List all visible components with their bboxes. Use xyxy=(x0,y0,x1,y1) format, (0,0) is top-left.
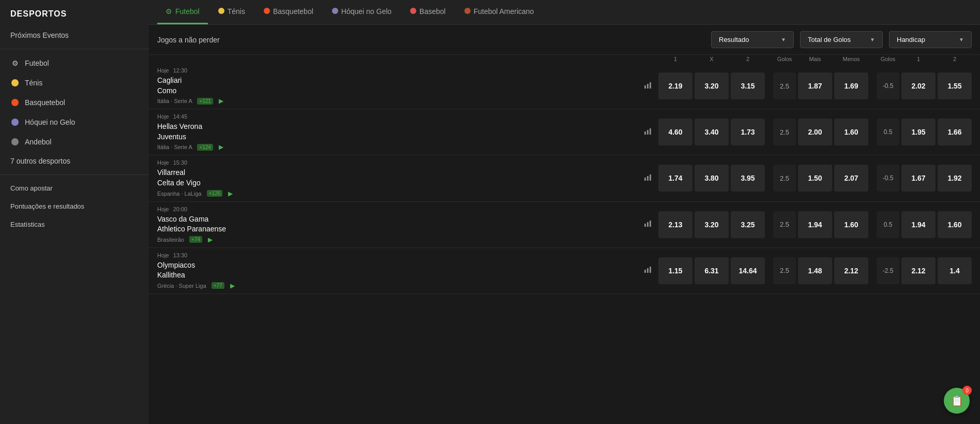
match-plus[interactable]: +124 xyxy=(197,144,213,151)
tab-basquetebol[interactable]: Basquetebol xyxy=(255,0,322,24)
total-menos-val[interactable]: 2.12 xyxy=(834,257,868,284)
odds-v1[interactable]: 1.74 xyxy=(658,165,692,192)
sidebar-item-andebol[interactable]: Andebol xyxy=(0,132,149,152)
match-plus[interactable]: +77 xyxy=(212,282,224,289)
sidebar-tenis-label: Ténis xyxy=(25,79,42,87)
match-day: Hoje xyxy=(157,159,169,166)
total-mais-val[interactable]: 1.87 xyxy=(798,72,832,99)
odds-v1[interactable]: 2.13 xyxy=(658,211,692,238)
total-mais-val[interactable]: 1.94 xyxy=(798,211,832,238)
handicap-v2-val[interactable]: 1.55 xyxy=(938,72,972,99)
chart-icon[interactable] xyxy=(642,173,654,183)
chevron-down-icon2: ▼ xyxy=(870,37,875,42)
total-menos-val[interactable]: 1.69 xyxy=(834,72,868,99)
match-day: Hoje xyxy=(157,206,169,212)
column-headers: 1 X 2 Golos Mais Menos Golos 1 2 xyxy=(149,55,980,63)
total-menos-header: Menos xyxy=(834,56,868,62)
live-stream-icon[interactable]: ▶ xyxy=(228,190,233,197)
tab-futebol-americano[interactable]: Futebol Americano xyxy=(456,0,542,24)
match-teams: Vasco da GamaAthletico Paranaense xyxy=(157,214,638,235)
handicap-dropdown[interactable]: Handicap ▼ xyxy=(889,31,972,48)
odds-v2[interactable]: 3.25 xyxy=(731,211,765,238)
live-stream-icon[interactable]: ▶ xyxy=(208,236,213,243)
sidebar-item-tenis[interactable]: Ténis xyxy=(0,73,149,93)
svg-rect-7 xyxy=(647,176,649,181)
sidebar-item-outros[interactable]: 7 outros desportos xyxy=(0,152,149,170)
match-teams: VillarrealCelta de Vigo xyxy=(157,168,638,188)
total-golos-val: 2.5 xyxy=(773,119,796,145)
resultado-odds: 1.74 3.80 3.95 xyxy=(658,165,765,192)
chart-icon[interactable] xyxy=(642,127,654,137)
tab-hoquei[interactable]: Hóquei no Gelo xyxy=(324,0,400,24)
tab-tenis[interactable]: Ténis xyxy=(210,0,253,24)
odds-v2[interactable]: 3.95 xyxy=(731,165,765,192)
handicap-v1-val[interactable]: 2.02 xyxy=(901,72,936,99)
live-stream-icon[interactable]: ▶ xyxy=(230,282,235,289)
sidebar-item-futebol[interactable]: ⚙ Futebol xyxy=(0,53,149,73)
handicap-odds: -2.5 2.12 1.4 xyxy=(877,257,972,284)
sidebar-link-pontuacoes[interactable]: Pontuações e resultados xyxy=(0,197,149,215)
match-info: Hoje 20:00 Vasco da GamaAthletico Parana… xyxy=(157,206,638,243)
odds-v2[interactable]: 14.64 xyxy=(731,257,765,284)
odds-vX[interactable]: 3.20 xyxy=(695,211,729,238)
resultado-col2: 2 xyxy=(731,56,765,62)
handicap-v1-val[interactable]: 1.67 xyxy=(901,165,936,192)
handicap-v2-val[interactable]: 1.66 xyxy=(938,119,972,145)
total-mais-val[interactable]: 1.48 xyxy=(798,257,832,284)
handicap-v1-val[interactable]: 1.94 xyxy=(901,211,936,238)
total-dropdown-label: Total de Golos xyxy=(808,36,851,43)
total-menos-val[interactable]: 1.60 xyxy=(834,119,868,145)
resultado-colX: X xyxy=(695,56,729,62)
svg-rect-8 xyxy=(650,174,651,181)
total-dropdown[interactable]: Total de Golos ▼ xyxy=(800,31,883,48)
total-mais-val[interactable]: 2.00 xyxy=(798,119,832,145)
sidebar-item-hoquei[interactable]: Hóquei no Gelo xyxy=(0,112,149,132)
total-mais-val[interactable]: 1.50 xyxy=(798,165,832,192)
outros-label: 7 outros desportos xyxy=(10,157,70,165)
odds-v2[interactable]: 3.15 xyxy=(731,72,765,99)
odds-vX[interactable]: 3.20 xyxy=(695,72,729,99)
handicap-v2-val[interactable]: 1.92 xyxy=(938,165,972,192)
live-stream-icon[interactable]: ▶ xyxy=(219,143,223,151)
total-odds: 2.5 2.00 1.60 xyxy=(773,119,868,145)
svg-rect-14 xyxy=(650,267,651,273)
handicap-v2-val[interactable]: 1.4 xyxy=(938,257,972,284)
total-menos-val[interactable]: 2.07 xyxy=(834,165,868,192)
odds-v1[interactable]: 2.19 xyxy=(658,72,692,99)
odds-v1[interactable]: 1.15 xyxy=(658,257,692,284)
main-content: ⚙ Futebol Ténis Basquetebol Hóquei no Ge… xyxy=(149,0,980,424)
sidebar-item-proximos[interactable]: Próximos Eventos xyxy=(0,26,149,45)
handicap-odds: 0.5 1.95 1.66 xyxy=(877,119,972,145)
match-info: Hoje 12:30 CagliariComo Itália · Serie A… xyxy=(157,67,638,105)
handicap-v1-val[interactable]: 2.12 xyxy=(901,257,936,284)
handicap-v2-val[interactable]: 1.60 xyxy=(938,211,972,238)
odds-vX[interactable]: 3.40 xyxy=(695,119,729,145)
chart-icon[interactable] xyxy=(642,266,654,275)
odds-v1[interactable]: 4.60 xyxy=(658,119,692,145)
resultado-dropdown[interactable]: Resultado ▼ xyxy=(711,31,794,48)
resultado-odds: 1.15 6.31 14.64 xyxy=(658,257,765,284)
odds-v2[interactable]: 1.73 xyxy=(731,119,765,145)
match-plus[interactable]: +121 xyxy=(197,98,213,105)
match-plus[interactable]: +74 xyxy=(189,236,202,243)
handicap-odds: 0.5 1.94 1.60 xyxy=(877,211,972,238)
resultado-headers: 1 X 2 xyxy=(658,56,765,62)
sidebar-link-estatisticas[interactable]: Estatísticas xyxy=(0,215,149,233)
match-teams: OlympiacosKallithea xyxy=(157,260,638,281)
tab-basebol[interactable]: Basebol xyxy=(402,0,454,24)
futebol-tab-label: Futebol xyxy=(175,7,200,16)
handicap-v1-val[interactable]: 1.95 xyxy=(901,119,936,145)
sidebar-item-basquetebol[interactable]: Basquetebol xyxy=(0,93,149,112)
chart-icon[interactable] xyxy=(642,81,654,91)
match-hour: 13:30 xyxy=(173,252,188,258)
sidebar-link-como-apostar[interactable]: Como apostar xyxy=(0,179,149,197)
odds-vX[interactable]: 3.80 xyxy=(695,165,729,192)
total-menos-val[interactable]: 1.60 xyxy=(834,211,868,238)
odds-vX[interactable]: 6.31 xyxy=(695,257,729,284)
betslip-button[interactable]: 📋 0 xyxy=(944,388,970,414)
match-plus[interactable]: +126 xyxy=(207,190,223,197)
tab-futebol[interactable]: ⚙ Futebol xyxy=(157,0,208,24)
chart-icon[interactable] xyxy=(642,220,654,229)
svg-rect-9 xyxy=(644,224,646,227)
live-stream-icon[interactable]: ▶ xyxy=(219,97,223,105)
